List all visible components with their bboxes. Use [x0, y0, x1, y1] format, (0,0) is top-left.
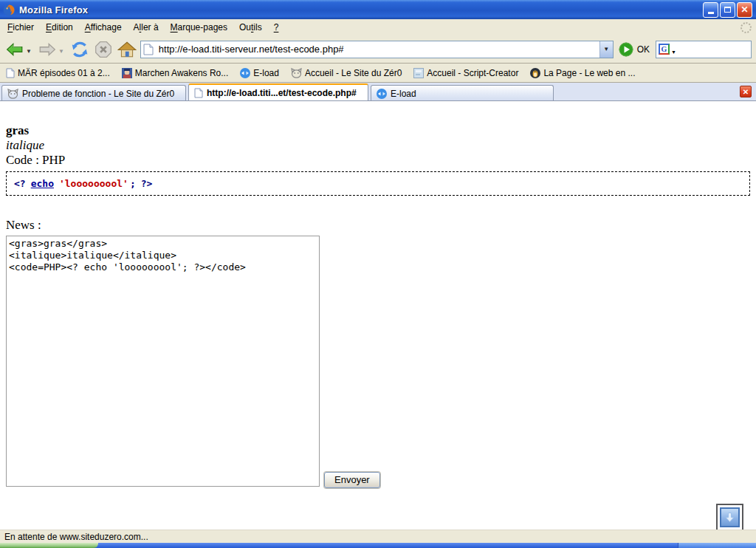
start-button-sliver[interactable] — [0, 543, 98, 548]
php-string: 'looooooool' — [59, 178, 128, 189]
menu-item-fichier[interactable]: Fichier — [1, 20, 40, 35]
browser-window: Mozilla Firefox ✕ FichierEditionAffichag… — [0, 0, 756, 548]
taskbar-sliver — [0, 543, 756, 548]
url-input[interactable] — [156, 42, 599, 56]
eload-favicon — [240, 68, 250, 78]
stop-button[interactable] — [93, 39, 114, 60]
bookmark-label: Accueil - Le Site du Zér0 — [305, 68, 402, 78]
bookmark-la-page[interactable]: La Page - Le web en ... — [530, 68, 635, 78]
news-textarea[interactable]: <gras>gras</gras> <italique>italique</it… — [6, 236, 320, 487]
url-dropdown-button[interactable]: ▼ — [599, 41, 613, 58]
close-tab-button[interactable]: ✕ — [740, 86, 752, 97]
echo-keyword-link[interactable]: echo — [31, 178, 54, 189]
minimize-button[interactable] — [703, 2, 718, 18]
restore-button[interactable] — [720, 2, 735, 18]
restore-icon — [724, 7, 731, 13]
close-button[interactable]: ✕ — [737, 2, 752, 18]
window-title: Mozilla Firefox — [19, 4, 703, 16]
tab-label: E-load — [391, 89, 416, 99]
url-bar: ▼ — [140, 41, 614, 58]
go-button-label[interactable]: OK — [637, 44, 650, 55]
php-close-tag: ?> — [141, 178, 153, 189]
news-label: News : — [6, 218, 750, 233]
home-icon — [117, 40, 137, 59]
page-content: gras italique Code : PHP <?echo'looooooo… — [0, 101, 756, 530]
reload-button[interactable] — [69, 39, 90, 60]
tab-probleme-de-fonction[interactable]: Probleme de fonction - Le Site du Zér0 — [1, 85, 186, 101]
scroll-down-widget[interactable] — [716, 504, 743, 530]
bookmark-label: Marchen Awakens Ro... — [135, 68, 229, 78]
page-icon — [143, 44, 154, 55]
back-dropdown[interactable]: ▼ — [26, 48, 32, 55]
back-button[interactable] — [4, 39, 25, 60]
minimize-icon — [708, 12, 714, 14]
search-engine-dropdown[interactable]: ▼ — [671, 49, 676, 55]
firefox-icon — [3, 4, 16, 16]
search-input[interactable] — [676, 44, 749, 55]
throbber-icon — [740, 22, 752, 33]
tab-eload[interactable]: E-load — [371, 85, 554, 101]
tab-bar: Probleme de fonction - Le Site du Zér0 h… — [0, 83, 756, 101]
php-code-box: <?echo'looooooool';?> — [6, 171, 750, 196]
page-icon — [194, 88, 203, 98]
envoyer-button[interactable]: Envoyer — [324, 472, 380, 488]
bookmark-mar-episodes[interactable]: MÄR épisodes 01 à 2... — [6, 68, 110, 78]
script-creator-favicon — [413, 68, 424, 78]
bookmark-marchen[interactable]: Marchen Awakens Ro... — [122, 68, 229, 78]
lapage-penguin-favicon — [530, 68, 540, 78]
menu-bar: FichierEditionAffichageAller àMarque-pag… — [0, 19, 756, 35]
bookmark-eload[interactable]: E-load — [240, 68, 279, 78]
scroll-down-icon — [720, 507, 740, 527]
bookmark-script-creator[interactable]: Accueil - Script-Creator — [413, 68, 518, 78]
forward-dropdown[interactable]: ▼ — [58, 48, 64, 55]
search-box: G ▼ — [656, 41, 752, 58]
sdz-cat-favicon — [7, 89, 18, 99]
home-button[interactable] — [117, 39, 137, 60]
google-icon: G — [659, 44, 670, 55]
reload-icon — [70, 40, 89, 59]
stop-icon — [94, 40, 113, 59]
tab-label: http://e-load.titi...et/test-ecode.php# — [207, 88, 357, 98]
php-open-tag: <? — [14, 178, 26, 189]
bookmark-site-du-zero[interactable]: Accueil - Le Site du Zér0 — [291, 68, 402, 78]
menu-item-edition[interactable]: Edition — [40, 20, 79, 35]
bookmark-label: MÄR épisodes 01 à 2... — [18, 68, 110, 78]
tab-test-ecode-active[interactable]: http://e-load.titi...et/test-ecode.php# — [188, 83, 368, 101]
status-text: En attente de www.siteduzero.com... — [4, 532, 148, 542]
menu-bar-items: FichierEditionAffichageAller àMarque-pag… — [1, 20, 284, 35]
php-semicolon: ; — [130, 178, 136, 189]
system-tray-sliver — [678, 543, 756, 548]
close-icon: ✕ — [740, 5, 748, 14]
title-bar: Mozilla Firefox ✕ — [0, 0, 756, 19]
italique-text: italique — [6, 138, 750, 153]
eload-favicon — [377, 89, 387, 99]
news-form: <gras>gras</gras> <italique>italique</it… — [6, 236, 750, 487]
go-button[interactable] — [618, 41, 634, 58]
back-arrow-icon — [5, 40, 24, 59]
page-icon — [6, 68, 15, 78]
bookmarks-bar: MÄR épisodes 01 à 2... Marchen Awakens R… — [0, 64, 756, 83]
menu-item-aide[interactable]: ? — [268, 20, 285, 35]
bookmark-label: E-load — [253, 68, 279, 78]
go-icon — [619, 42, 633, 57]
menu-item-affichage[interactable]: Affichage — [79, 20, 128, 35]
gras-text: gras — [6, 123, 750, 138]
bookmark-label: La Page - Le web en ... — [543, 68, 635, 78]
menu-item-aller-a[interactable]: Aller à — [128, 20, 165, 35]
sdz-cat-favicon — [291, 68, 302, 78]
menu-item-marque-pages[interactable]: Marque-pages — [165, 20, 233, 35]
code-title: Code : PHP — [6, 153, 750, 168]
marchen-favicon — [122, 68, 132, 78]
navigation-toolbar: ▼ ▼ — [0, 35, 756, 64]
forward-button[interactable] — [37, 39, 58, 60]
tab-label: Probleme de fonction - Le Site du Zér0 — [22, 89, 174, 99]
forward-arrow-icon — [38, 40, 57, 59]
menu-item-outils[interactable]: Outils — [233, 20, 268, 35]
bookmark-label: Accueil - Script-Creator — [427, 68, 518, 78]
status-bar: En attente de www.siteduzero.com... — [0, 530, 756, 543]
